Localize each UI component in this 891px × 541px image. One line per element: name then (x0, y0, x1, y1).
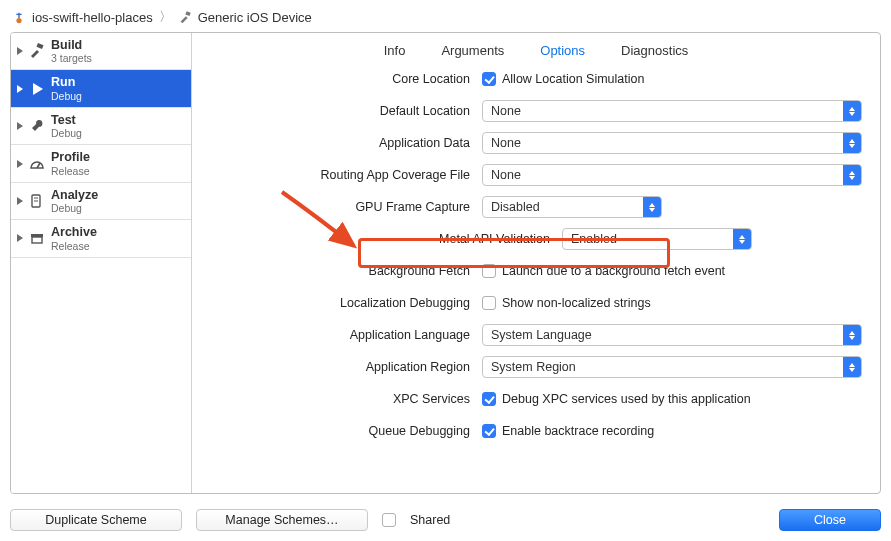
xpc-services-label: XPC Services (192, 392, 482, 406)
sidebar-item-label: Analyze (51, 188, 98, 202)
breadcrumb-target[interactable]: Generic iOS Device (198, 10, 312, 25)
breadcrumb: ios-swift-hello-places 〉 Generic iOS Dev… (10, 6, 881, 32)
disclosure-icon (17, 85, 23, 93)
chevron-updown-icon (843, 357, 861, 377)
sidebar-item-sub: Debug (51, 202, 98, 214)
shared-label: Shared (410, 513, 450, 527)
localization-debugging-text: Show non-localized strings (502, 296, 651, 310)
localization-debugging-checkbox[interactable] (482, 296, 496, 310)
localization-debugging-label: Localization Debugging (192, 296, 482, 310)
close-button[interactable]: Close (779, 509, 881, 531)
chevron-updown-icon (843, 101, 861, 121)
app-icon (12, 10, 26, 24)
disclosure-icon (17, 122, 23, 130)
disclosure-icon (17, 160, 23, 168)
sidebar-item-sub: Debug (51, 90, 82, 102)
metal-validation-label: Metal API Validation (192, 232, 562, 246)
gpu-frame-capture-select[interactable]: Disabled (482, 196, 662, 218)
tab-info[interactable]: Info (384, 43, 406, 58)
analyze-icon (29, 193, 45, 209)
queue-debugging-text: Enable backtrace recording (502, 424, 654, 438)
background-fetch-checkbox[interactable] (482, 264, 496, 278)
background-fetch-label: Background Fetch (192, 264, 482, 278)
application-language-select[interactable]: System Language (482, 324, 862, 346)
sidebar-item-sub: 3 targets (51, 52, 92, 64)
gpu-frame-capture-label: GPU Frame Capture (192, 200, 482, 214)
application-region-label: Application Region (192, 360, 482, 374)
sidebar-item-label: Archive (51, 225, 97, 239)
sidebar-item-label: Profile (51, 150, 90, 164)
svg-rect-9 (32, 237, 42, 243)
application-language-label: Application Language (192, 328, 482, 342)
chevron-updown-icon (843, 165, 861, 185)
sidebar-item-build[interactable]: Build3 targets (11, 33, 191, 70)
archive-icon (29, 230, 45, 246)
svg-marker-3 (33, 83, 43, 95)
wrench-icon (29, 118, 45, 134)
svg-point-0 (16, 18, 21, 23)
footer-bar: Duplicate Scheme Manage Schemes… Shared … (10, 509, 881, 531)
breadcrumb-separator: 〉 (159, 8, 172, 26)
main-frame: Build3 targets RunDebug TestDebug Profil… (10, 32, 881, 494)
disclosure-icon (17, 47, 23, 55)
routing-file-select[interactable]: None (482, 164, 862, 186)
shared-checkbox[interactable] (382, 513, 396, 527)
allow-location-checkbox[interactable] (482, 72, 496, 86)
default-location-select[interactable]: None (482, 100, 862, 122)
tab-options[interactable]: Options (540, 43, 585, 58)
sidebar-item-test[interactable]: TestDebug (11, 108, 191, 145)
sidebar-item-sub: Release (51, 240, 97, 252)
default-location-label: Default Location (192, 104, 482, 118)
options-form: Core Location Allow Location Simulation … (192, 66, 880, 493)
svg-rect-1 (185, 11, 190, 16)
gauge-icon (29, 156, 45, 172)
chevron-updown-icon (733, 229, 751, 249)
sidebar-item-label: Build (51, 38, 92, 52)
core-location-label: Core Location (192, 72, 482, 86)
metal-validation-select[interactable]: Enabled (562, 228, 752, 250)
svg-rect-2 (36, 43, 43, 49)
manage-schemes-button[interactable]: Manage Schemes… (196, 509, 368, 531)
queue-debugging-label: Queue Debugging (192, 424, 482, 438)
queue-debugging-checkbox[interactable] (482, 424, 496, 438)
chevron-updown-icon (843, 133, 861, 153)
duplicate-scheme-button[interactable]: Duplicate Scheme (10, 509, 182, 531)
hammer-icon (178, 10, 192, 24)
breadcrumb-project[interactable]: ios-swift-hello-places (32, 10, 153, 25)
content-pane: Info Arguments Options Diagnostics Core … (192, 33, 880, 493)
application-region-select[interactable]: System Region (482, 356, 862, 378)
application-data-label: Application Data (192, 136, 482, 150)
sidebar-item-label: Run (51, 75, 82, 89)
disclosure-icon (17, 197, 23, 205)
tab-arguments[interactable]: Arguments (441, 43, 504, 58)
sidebar-item-sub: Debug (51, 127, 82, 139)
allow-location-text: Allow Location Simulation (502, 72, 644, 86)
sidebar: Build3 targets RunDebug TestDebug Profil… (11, 33, 192, 493)
background-fetch-text: Launch due to a background fetch event (502, 264, 725, 278)
sidebar-item-label: Test (51, 113, 82, 127)
xpc-services-text: Debug XPC services used by this applicat… (502, 392, 751, 406)
sidebar-item-profile[interactable]: ProfileRelease (11, 145, 191, 182)
routing-file-label: Routing App Coverage File (192, 168, 482, 182)
disclosure-icon (17, 234, 23, 242)
sidebar-item-run[interactable]: RunDebug (11, 70, 191, 107)
tab-bar: Info Arguments Options Diagnostics (192, 33, 880, 66)
sidebar-item-analyze[interactable]: AnalyzeDebug (11, 183, 191, 220)
sidebar-item-archive[interactable]: ArchiveRelease (11, 220, 191, 257)
xpc-services-checkbox[interactable] (482, 392, 496, 406)
application-data-select[interactable]: None (482, 132, 862, 154)
hammer-icon (29, 43, 45, 59)
chevron-updown-icon (843, 325, 861, 345)
sidebar-item-sub: Release (51, 165, 90, 177)
tab-diagnostics[interactable]: Diagnostics (621, 43, 688, 58)
play-icon (29, 81, 45, 97)
chevron-updown-icon (643, 197, 661, 217)
